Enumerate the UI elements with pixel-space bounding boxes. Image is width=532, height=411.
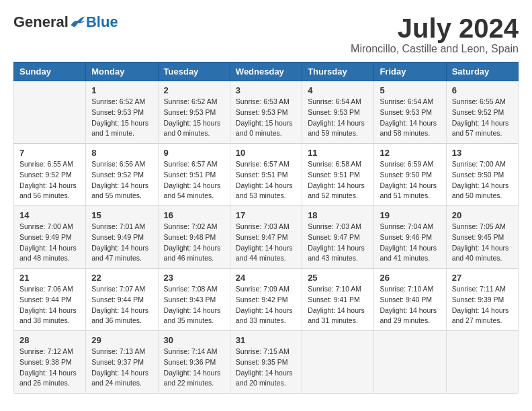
calendar-cell: 1Sunrise: 6:52 AM Sunset: 9:53 PM Daylig… [86,81,158,144]
day-number: 14 [19,210,80,220]
cell-content: Sunrise: 6:52 AM Sunset: 9:53 PM Dayligh… [91,97,152,139]
calendar-cell: 5Sunrise: 6:54 AM Sunset: 9:53 PM Daylig… [374,81,446,144]
calendar-cell [14,81,86,144]
day-number: 27 [452,273,513,283]
cell-content: Sunrise: 7:01 AM Sunset: 9:49 PM Dayligh… [91,222,152,264]
cell-content: Sunrise: 6:52 AM Sunset: 9:53 PM Dayligh… [164,97,224,139]
calendar-cell: 19Sunrise: 7:04 AM Sunset: 9:46 PM Dayli… [374,206,446,269]
cell-content: Sunrise: 7:15 AM Sunset: 9:35 PM Dayligh… [236,347,296,389]
cell-content: Sunrise: 7:04 AM Sunset: 9:46 PM Dayligh… [380,222,440,264]
title-section: July 2024 Mironcillo, Castille and Leon,… [351,13,519,55]
cell-content: Sunrise: 6:57 AM Sunset: 9:51 PM Dayligh… [164,159,224,201]
day-number: 5 [380,85,440,95]
calendar-cell: 31Sunrise: 7:15 AM Sunset: 9:35 PM Dayli… [230,331,302,394]
cell-content: Sunrise: 7:02 AM Sunset: 9:48 PM Dayligh… [164,222,224,264]
logo-bird-icon [70,15,86,29]
calendar-cell: 6Sunrise: 6:55 AM Sunset: 9:52 PM Daylig… [446,81,518,144]
day-number: 29 [91,335,152,345]
logo-general-text: General [13,13,69,31]
day-number: 19 [380,210,440,220]
calendar-cell: 14Sunrise: 7:00 AM Sunset: 9:49 PM Dayli… [14,206,86,269]
cell-content: Sunrise: 7:03 AM Sunset: 9:47 PM Dayligh… [236,222,296,264]
day-number: 16 [164,210,224,220]
day-of-week-header: Tuesday [158,62,230,81]
calendar-cell: 16Sunrise: 7:02 AM Sunset: 9:48 PM Dayli… [158,206,230,269]
cell-content: Sunrise: 6:54 AM Sunset: 9:53 PM Dayligh… [308,97,368,139]
day-number: 9 [164,148,224,158]
calendar-cell: 21Sunrise: 7:06 AM Sunset: 9:44 PM Dayli… [14,269,86,331]
calendar-cell: 22Sunrise: 7:07 AM Sunset: 9:44 PM Dayli… [86,269,158,331]
day-of-week-header: Thursday [302,62,374,81]
day-number: 10 [236,148,296,158]
calendar-cell: 12Sunrise: 6:59 AM Sunset: 9:50 PM Dayli… [374,144,446,206]
cell-content: Sunrise: 6:59 AM Sunset: 9:50 PM Dayligh… [380,159,440,201]
calendar-cell: 18Sunrise: 7:03 AM Sunset: 9:47 PM Dayli… [302,206,374,269]
page-header: General Blue July 2024 Mironcillo, Casti… [13,13,519,55]
cell-content: Sunrise: 7:00 AM Sunset: 9:49 PM Dayligh… [19,222,80,264]
cell-content: Sunrise: 7:12 AM Sunset: 9:38 PM Dayligh… [19,347,80,389]
day-number: 8 [91,148,152,158]
calendar-table: SundayMondayTuesdayWednesdayThursdayFrid… [13,62,519,394]
calendar-cell: 11Sunrise: 6:58 AM Sunset: 9:51 PM Dayli… [302,144,374,206]
calendar-week-row: 21Sunrise: 7:06 AM Sunset: 9:44 PM Dayli… [14,269,519,331]
cell-content: Sunrise: 7:00 AM Sunset: 9:50 PM Dayligh… [452,159,513,201]
calendar-cell [446,331,518,394]
calendar-cell: 4Sunrise: 6:54 AM Sunset: 9:53 PM Daylig… [302,81,374,144]
cell-content: Sunrise: 7:10 AM Sunset: 9:40 PM Dayligh… [380,284,440,326]
calendar-cell: 27Sunrise: 7:11 AM Sunset: 9:39 PM Dayli… [446,269,518,331]
day-number: 11 [308,148,368,158]
calendar-cell: 24Sunrise: 7:09 AM Sunset: 9:42 PM Dayli… [230,269,302,331]
day-of-week-header: Saturday [446,62,518,81]
cell-content: Sunrise: 7:05 AM Sunset: 9:45 PM Dayligh… [452,222,513,264]
day-number: 22 [91,273,152,283]
cell-content: Sunrise: 7:07 AM Sunset: 9:44 PM Dayligh… [91,284,152,326]
calendar-cell: 28Sunrise: 7:12 AM Sunset: 9:38 PM Dayli… [14,331,86,394]
logo: General Blue [13,13,118,31]
day-of-week-header: Sunday [14,62,86,81]
calendar-cell: 13Sunrise: 7:00 AM Sunset: 9:50 PM Dayli… [446,144,518,206]
calendar-cell: 25Sunrise: 7:10 AM Sunset: 9:41 PM Dayli… [302,269,374,331]
day-of-week-header: Monday [86,62,158,81]
calendar-cell: 8Sunrise: 6:56 AM Sunset: 9:52 PM Daylig… [86,144,158,206]
day-number: 7 [19,148,80,158]
calendar-cell: 20Sunrise: 7:05 AM Sunset: 9:45 PM Dayli… [446,206,518,269]
day-number: 25 [308,273,368,283]
day-of-week-header: Friday [374,62,446,81]
day-number: 1 [91,85,152,95]
day-number: 4 [308,85,368,95]
calendar-cell: 3Sunrise: 6:53 AM Sunset: 9:53 PM Daylig… [230,81,302,144]
cell-content: Sunrise: 7:03 AM Sunset: 9:47 PM Dayligh… [308,222,368,264]
month-year-title: July 2024 [351,13,519,43]
calendar-cell: 23Sunrise: 7:08 AM Sunset: 9:43 PM Dayli… [158,269,230,331]
cell-content: Sunrise: 7:10 AM Sunset: 9:41 PM Dayligh… [308,284,368,326]
calendar-cell: 9Sunrise: 6:57 AM Sunset: 9:51 PM Daylig… [158,144,230,206]
calendar-cell: 30Sunrise: 7:14 AM Sunset: 9:36 PM Dayli… [158,331,230,394]
day-number: 23 [164,273,224,283]
calendar-cell: 29Sunrise: 7:13 AM Sunset: 9:37 PM Dayli… [86,331,158,394]
calendar-cell: 26Sunrise: 7:10 AM Sunset: 9:40 PM Dayli… [374,269,446,331]
cell-content: Sunrise: 6:56 AM Sunset: 9:52 PM Dayligh… [91,159,152,201]
day-number: 13 [452,148,513,158]
cell-content: Sunrise: 6:53 AM Sunset: 9:53 PM Dayligh… [236,97,296,139]
calendar-header: SundayMondayTuesdayWednesdayThursdayFrid… [14,62,519,81]
cell-content: Sunrise: 7:11 AM Sunset: 9:39 PM Dayligh… [452,284,513,326]
calendar-week-row: 1Sunrise: 6:52 AM Sunset: 9:53 PM Daylig… [14,81,519,144]
day-number: 12 [380,148,440,158]
cell-content: Sunrise: 7:08 AM Sunset: 9:43 PM Dayligh… [164,284,224,326]
day-number: 31 [236,335,296,345]
cell-content: Sunrise: 7:06 AM Sunset: 9:44 PM Dayligh… [19,284,80,326]
calendar-body: 1Sunrise: 6:52 AM Sunset: 9:53 PM Daylig… [14,81,519,394]
cell-content: Sunrise: 6:58 AM Sunset: 9:51 PM Dayligh… [308,159,368,201]
header-row: SundayMondayTuesdayWednesdayThursdayFrid… [14,62,519,81]
day-number: 17 [236,210,296,220]
cell-content: Sunrise: 6:57 AM Sunset: 9:51 PM Dayligh… [236,159,296,201]
day-number: 2 [164,85,224,95]
location-subtitle: Mironcillo, Castille and Leon, Spain [351,43,519,55]
calendar-cell: 17Sunrise: 7:03 AM Sunset: 9:47 PM Dayli… [230,206,302,269]
calendar-cell [374,331,446,394]
calendar-cell: 2Sunrise: 6:52 AM Sunset: 9:53 PM Daylig… [158,81,230,144]
cell-content: Sunrise: 7:14 AM Sunset: 9:36 PM Dayligh… [164,347,224,389]
day-number: 15 [91,210,152,220]
day-number: 21 [19,273,80,283]
calendar-week-row: 14Sunrise: 7:00 AM Sunset: 9:49 PM Dayli… [14,206,519,269]
